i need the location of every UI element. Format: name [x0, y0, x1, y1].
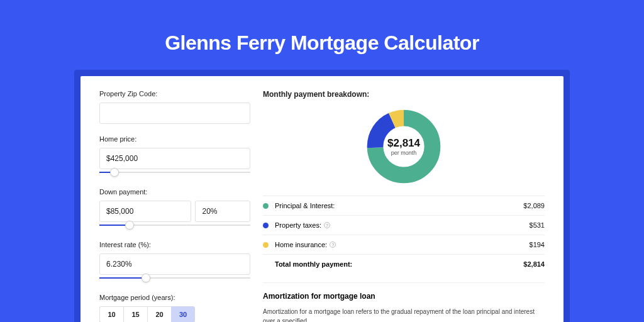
home-price-slider-thumb[interactable]: [110, 168, 119, 177]
legend-label: Home insurance: ?: [275, 241, 530, 248]
legend-dot: [263, 223, 269, 228]
period-btn-30[interactable]: 30: [171, 306, 195, 322]
legend-dot: [263, 242, 269, 248]
down-slider[interactable]: [99, 225, 250, 232]
zip-input[interactable]: [99, 103, 250, 124]
period-btn-20[interactable]: 20: [147, 306, 171, 322]
legend-label: Principal & Interest:: [275, 202, 523, 209]
down-label: Down payment:: [99, 188, 250, 196]
donut-chart-wrap: $2,814 per month: [263, 105, 545, 196]
rate-slider-thumb[interactable]: [142, 274, 150, 282]
down-slider-thumb[interactable]: [125, 221, 134, 230]
home-price-input[interactable]: [99, 148, 250, 169]
rate-slider-fill: [99, 277, 146, 279]
period-label: Mortgage period (years):: [99, 294, 250, 301]
legend-row: Property taxes: ?$531: [263, 216, 545, 235]
zip-label: Property Zip Code:: [99, 90, 250, 97]
legend-total-row: Total monthly payment:$2,814: [263, 255, 545, 274]
results-panel: Monthly payment breakdown: $2,814 per mo…: [263, 90, 545, 322]
legend-row: Home insurance: ?$194: [263, 235, 545, 255]
legend-value: $2,089: [523, 202, 545, 209]
donut-amount: $2,814: [387, 137, 420, 150]
amortization-section: Amortization for mortgage loan Amortizat…: [263, 282, 545, 322]
legend-label: Property taxes: ?: [275, 221, 530, 229]
rate-slider[interactable]: [99, 277, 250, 285]
period-options: 10152030: [99, 306, 250, 322]
donut-sub: per month: [391, 150, 417, 156]
info-icon[interactable]: ?: [324, 222, 330, 228]
rate-label: Interest rate (%):: [99, 241, 250, 248]
total-value: $2,814: [523, 260, 545, 268]
calculator-card: Property Zip Code: Home price: Down paym…: [80, 76, 564, 322]
donut-center: $2,814 per month: [366, 109, 441, 184]
total-label: Total monthly payment:: [275, 260, 523, 268]
donut-chart: $2,814 per month: [366, 109, 441, 184]
calculator-card-frame: Property Zip Code: Home price: Down paym…: [74, 70, 570, 322]
legend-dot: [263, 203, 269, 209]
home-price-slider[interactable]: [99, 172, 250, 179]
legend-value: $194: [530, 241, 545, 248]
home-price-label: Home price:: [99, 135, 250, 143]
down-amount-input[interactable]: [99, 201, 191, 222]
period-btn-10[interactable]: 10: [99, 306, 123, 322]
form-panel: Property Zip Code: Home price: Down paym…: [99, 90, 250, 322]
amortization-text: Amortization for a mortgage loan refers …: [263, 307, 545, 322]
down-pct-input[interactable]: [195, 201, 250, 222]
legend-value: $531: [530, 221, 545, 229]
legend: Principal & Interest:$2,089Property taxe…: [263, 196, 545, 274]
breakdown-title: Monthly payment breakdown:: [263, 90, 545, 99]
rate-input[interactable]: [99, 253, 250, 275]
page-title: Glenns Ferry Mortgage Calculator: [0, 0, 644, 70]
info-icon[interactable]: ?: [330, 242, 336, 248]
amortization-title: Amortization for mortgage loan: [263, 292, 545, 301]
legend-row: Principal & Interest:$2,089: [263, 196, 545, 216]
period-btn-15[interactable]: 15: [123, 306, 147, 322]
